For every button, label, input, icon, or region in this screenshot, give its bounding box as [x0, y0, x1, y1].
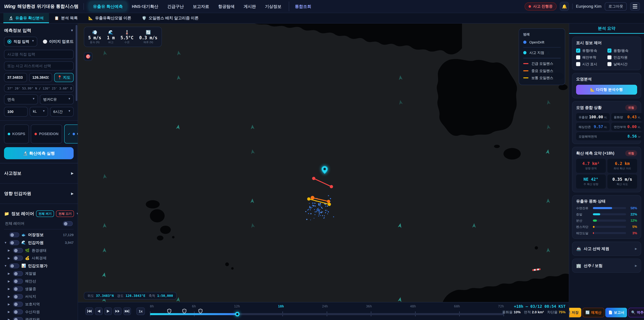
nav-menu-item[interactable]: 게시판	[240, 2, 260, 11]
layer-toggle[interactable]	[13, 279, 23, 283]
nav-menu-item[interactable]: 긴급구난	[163, 2, 188, 11]
timeline-tick-label[interactable]: 36h	[366, 304, 372, 308]
layer-toggle[interactable]	[13, 271, 23, 276]
layer-toggle[interactable]	[13, 255, 23, 260]
action-button[interactable]: 🔄 재계산	[582, 308, 604, 317]
latitude-input[interactable]	[4, 73, 27, 82]
tab-item[interactable]: 📋 분석 목록	[49, 13, 83, 23]
timeline-tick-label[interactable]: 12h	[234, 304, 240, 308]
expand-arrow-icon[interactable]: ▼	[4, 241, 8, 244]
display-checkbox[interactable]: 민감자원	[608, 55, 637, 60]
expand-arrow-icon[interactable]: ▶	[8, 302, 11, 306]
all-layers-off-button[interactable]: 전체 끄기	[56, 210, 74, 217]
skip-start-button[interactable]	[85, 307, 93, 315]
fence-deploy-marker-icon[interactable]	[198, 308, 202, 313]
nav-menu-item[interactable]: HNS·대기확산	[128, 2, 162, 11]
timeline-tick-label[interactable]: 18h	[278, 304, 284, 308]
sidebar-scrollbar[interactable]	[76, 25, 77, 101]
nav-menu-item[interactable]: 보고자료	[189, 2, 213, 11]
timeline-tick-label[interactable]: 0h	[150, 304, 154, 308]
locate-incident-button[interactable]: 🎯	[84, 52, 92, 61]
expand-arrow-icon[interactable]: ▶	[8, 310, 11, 314]
fence-deploy-marker-icon[interactable]	[167, 308, 171, 313]
incident-pin-icon[interactable]	[321, 166, 328, 174]
collapsed-section[interactable]: 🚢 사고 선박 제원 ▶	[572, 242, 641, 256]
display-checkbox[interactable]: 풍향/풍속	[608, 48, 637, 53]
longitude-input[interactable]	[29, 73, 52, 82]
expand-arrow-icon[interactable]: ▶	[8, 279, 11, 283]
expand-arrow-icon[interactable]: ▶	[8, 272, 11, 275]
nav-menu-item[interactable]: 기상정보	[261, 2, 286, 11]
layer-toggle[interactable]	[13, 302, 23, 306]
layer-toggle[interactable]	[10, 240, 19, 245]
tab-item[interactable]: 🔬 유출유 확산분석	[3, 13, 49, 23]
fence-deploy-marker-icon[interactable]	[182, 308, 186, 313]
expand-arrow-icon[interactable]: ▶	[8, 256, 11, 260]
logout-button[interactable]: 로그아웃	[605, 2, 627, 11]
layer-toggle[interactable]	[13, 248, 23, 253]
nav-menu-item[interactable]: 유출유 확산예측	[89, 2, 127, 11]
map-canvas[interactable]: 💨 5 m/s 풍속 (N) 🌊 1 m 파고 🌡️	[78, 24, 569, 302]
incident-name-input[interactable]	[4, 50, 74, 59]
layer-toggle[interactable]	[13, 317, 23, 320]
layer-toggle[interactable]	[13, 286, 23, 291]
timeline-thumb[interactable]	[235, 312, 240, 316]
nav-menu-item[interactable]: 항공탐색	[214, 2, 239, 11]
all-layers-toggle[interactable]	[63, 221, 73, 226]
tab-item[interactable]: 📐 유출유확산모델 이론	[83, 13, 136, 23]
radio-direct-input[interactable]: 직접 입력	[4, 37, 37, 47]
play-button[interactable]	[104, 307, 112, 315]
status-dot-icon	[528, 5, 531, 8]
sidebar-section-header[interactable]: 영향 민감자원 ▶	[4, 187, 74, 200]
layer-toggle[interactable]	[13, 309, 23, 314]
display-checkbox[interactable]: 시간 표시	[576, 62, 606, 67]
playback-speed-button[interactable]: 1x	[136, 307, 145, 315]
all-layers-on-button[interactable]: 전체 켜기	[36, 210, 54, 217]
step-back-button[interactable]	[95, 307, 103, 315]
layer-toggle[interactable]	[10, 263, 19, 268]
display-checkbox[interactable]: 해안부착	[576, 55, 606, 60]
expand-arrow-icon[interactable]: ▶	[8, 318, 11, 320]
radio-image-upload[interactable]: 이미지 업로드	[43, 37, 74, 47]
expand-arrow-icon[interactable]: ▶	[8, 295, 11, 298]
incident-list-input[interactable]	[4, 61, 74, 71]
layer-toggle[interactable]	[13, 294, 23, 299]
model-chip[interactable]: KOSPS	[4, 125, 29, 144]
duration-select[interactable]: 6시간	[50, 107, 74, 117]
display-checkbox[interactable]: 날짜시간	[608, 62, 637, 67]
skip-end-button[interactable]	[123, 307, 131, 315]
amount-input[interactable]	[4, 107, 28, 117]
notifications-button[interactable]: 🔔	[560, 2, 569, 11]
expand-arrow-icon[interactable]: ▼	[4, 264, 8, 268]
action-button[interactable]: 💾 저장	[569, 308, 582, 317]
model-chip[interactable]: ✓ OpenDrift	[64, 125, 78, 144]
timeline-tick-label[interactable]: 60h	[454, 304, 460, 308]
map-pick-button[interactable]: 📍 지도	[54, 73, 74, 82]
action-button[interactable]: 📄 보고서	[606, 308, 627, 317]
action-button[interactable]: 🔍 역추적	[628, 308, 644, 317]
polygon-analysis-button[interactable]: 📐 다각형 분석수행	[576, 85, 637, 95]
expand-arrow-icon[interactable]: ▶	[8, 287, 11, 291]
unit-select[interactable]: kL	[30, 107, 48, 117]
tab-item[interactable]: 🛡️ 오일펜스 배치 알고리즘 이론	[136, 13, 204, 23]
timeline-tick-label[interactable]: 24h	[322, 304, 328, 308]
model-chip[interactable]: POSEIDON	[31, 125, 62, 144]
collapse-caret-icon[interactable]: ▼	[76, 212, 78, 216]
layer-list: 🐟 어장정보 17,129 ▼ 🌊 민감자원 3,947	[4, 231, 74, 320]
timeline-tick-label[interactable]: 6h	[192, 304, 196, 308]
expand-arrow-icon[interactable]: ▶	[8, 249, 11, 252]
run-prediction-button[interactable]: 🔬 확산예측 실행	[4, 147, 74, 159]
spill-type-select[interactable]: 연속	[4, 95, 38, 104]
hamburger-menu-button[interactable]	[630, 2, 640, 11]
timeline-tick-label[interactable]: 48h	[410, 304, 416, 308]
microscope-icon: 🔬	[23, 151, 28, 156]
timeline-track[interactable]	[150, 313, 504, 315]
collapse-caret-icon[interactable]: ▼	[70, 29, 74, 32]
sidebar-section-header[interactable]: 사고정보 ▶	[4, 167, 74, 180]
nav-menu-item[interactable]: 통합조회	[289, 2, 316, 11]
oil-type-select[interactable]: 벙커C유	[40, 95, 74, 104]
fast-forward-button[interactable]	[114, 307, 122, 315]
display-checkbox[interactable]: 유향/유속	[576, 48, 606, 53]
layer-toggle[interactable]	[10, 232, 19, 237]
collapsed-section[interactable]: 🏢 선주 / 보험 ▶	[572, 259, 641, 273]
